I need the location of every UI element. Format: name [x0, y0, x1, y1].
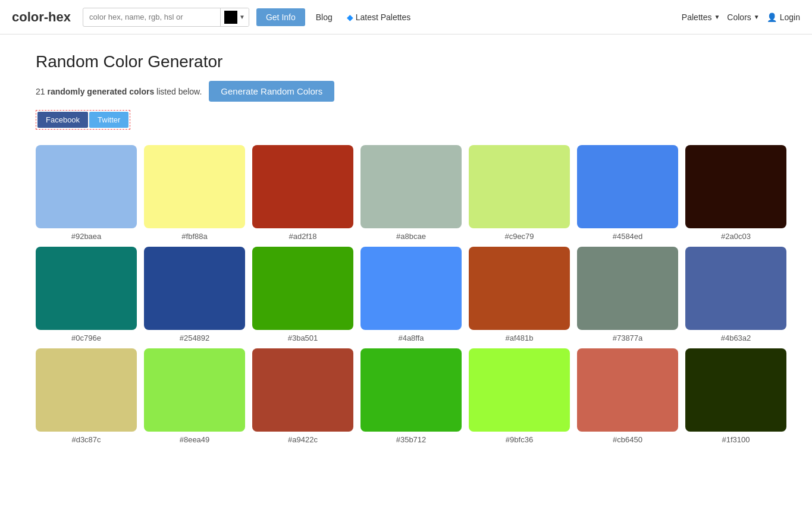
color-box: [144, 348, 245, 432]
color-label: #a9422c: [288, 435, 318, 444]
color-label: #35b712: [396, 435, 427, 444]
site-logo[interactable]: color-hex: [12, 10, 71, 25]
color-card[interactable]: #92baea: [36, 145, 137, 241]
color-label: #2a0c03: [721, 232, 751, 241]
color-label: #73877a: [613, 334, 643, 342]
palettes-dropdown[interactable]: Palettes ▼: [682, 12, 720, 22]
color-box: [144, 145, 245, 228]
subtitle: 21 randomly generated colors listed belo…: [36, 81, 776, 102]
color-label: #254892: [180, 334, 210, 342]
page-title: Random Color Generator: [36, 52, 776, 71]
dropdown-arrow-icon: ▼: [239, 14, 245, 20]
user-icon: 👤: [767, 12, 777, 22]
color-card[interactable]: #ad2f18: [252, 145, 353, 241]
color-card[interactable]: #cb6450: [577, 348, 678, 444]
header: color-hex ▼ Get Info Blog ◆ Latest Palet…: [0, 0, 812, 34]
color-label: #af481b: [506, 334, 534, 342]
color-box: [252, 348, 353, 432]
twitter-button[interactable]: Twitter: [89, 112, 128, 128]
blog-link[interactable]: Blog: [312, 12, 336, 22]
color-card[interactable]: #0c796e: [36, 247, 137, 342]
color-label: #4b63a2: [721, 334, 751, 342]
color-label: #9bfc36: [506, 435, 533, 444]
color-label: #1f3100: [722, 435, 750, 444]
color-label: #3ba501: [288, 334, 318, 342]
color-box: [469, 145, 570, 228]
color-card[interactable]: #254892: [144, 247, 245, 342]
color-box: [36, 145, 137, 228]
color-card[interactable]: #2a0c03: [685, 145, 786, 241]
facebook-button[interactable]: Facebook: [37, 112, 88, 128]
color-box: [577, 247, 678, 330]
color-card[interactable]: #a9422c: [252, 348, 353, 444]
color-box: [252, 145, 353, 228]
color-label: #0c796e: [71, 334, 101, 342]
color-card[interactable]: #4584ed: [577, 145, 678, 241]
color-box: [469, 247, 570, 330]
colors-arrow-icon: ▼: [754, 14, 760, 20]
color-card[interactable]: #c9ec79: [469, 145, 570, 241]
color-card[interactable]: #fbf88a: [144, 145, 245, 241]
drop-icon: ◆: [347, 12, 353, 22]
color-box: [36, 247, 137, 330]
color-card[interactable]: #d3c87c: [36, 348, 137, 444]
color-box: [685, 247, 786, 330]
color-grid: #92baea#fbf88a#ad2f18#a8bcae#c9ec79#4584…: [36, 145, 776, 444]
color-box: [36, 348, 137, 432]
color-label: #4584ed: [613, 232, 643, 241]
color-card[interactable]: #1f3100: [685, 348, 786, 444]
color-box: [144, 247, 245, 330]
color-label: #ad2f18: [289, 232, 317, 241]
latest-palettes-link[interactable]: ◆ Latest Palettes: [343, 12, 415, 22]
color-swatch: [224, 11, 237, 24]
color-label: #4a8ffa: [398, 334, 424, 342]
color-card[interactable]: #9bfc36: [469, 348, 570, 444]
subtitle-text: 21 randomly generated colors listed belo…: [36, 87, 202, 96]
color-box: [577, 145, 678, 228]
color-box: [360, 247, 462, 330]
color-card[interactable]: #a8bcae: [360, 145, 462, 241]
color-box: [360, 145, 462, 228]
color-label: #c9ec79: [504, 232, 534, 241]
color-box: [685, 145, 786, 228]
color-box: [577, 348, 678, 432]
color-box: [252, 247, 353, 330]
color-card[interactable]: #4a8ffa: [360, 247, 462, 342]
color-card[interactable]: #73877a: [577, 247, 678, 342]
palettes-arrow-icon: ▼: [714, 14, 720, 20]
login-button[interactable]: 👤 Login: [767, 12, 800, 22]
color-label: #8eea49: [180, 435, 210, 444]
color-label: #92baea: [71, 232, 102, 241]
color-label: #d3c87c: [71, 435, 101, 444]
search-wrapper: ▼: [83, 8, 249, 27]
color-box: [685, 348, 786, 432]
generate-random-colors-button[interactable]: Generate Random Colors: [209, 81, 334, 102]
colors-dropdown[interactable]: Colors ▼: [727, 12, 759, 22]
social-buttons: Facebook Twitter: [36, 110, 130, 130]
color-card[interactable]: #4b63a2: [685, 247, 786, 342]
color-label: #cb6450: [613, 435, 642, 444]
color-label: #fbf88a: [181, 232, 207, 241]
color-box: [360, 348, 462, 432]
color-label: #a8bcae: [396, 232, 426, 241]
color-card[interactable]: #3ba501: [252, 247, 353, 342]
color-card[interactable]: #35b712: [360, 348, 462, 444]
color-card[interactable]: #8eea49: [144, 348, 245, 444]
search-input[interactable]: [83, 9, 220, 25]
color-preview-button[interactable]: ▼: [220, 8, 249, 26]
color-card[interactable]: #af481b: [469, 247, 570, 342]
get-info-button[interactable]: Get Info: [256, 8, 305, 26]
color-box: [469, 348, 570, 432]
main-content: Random Color Generator 21 randomly gener…: [0, 34, 812, 462]
